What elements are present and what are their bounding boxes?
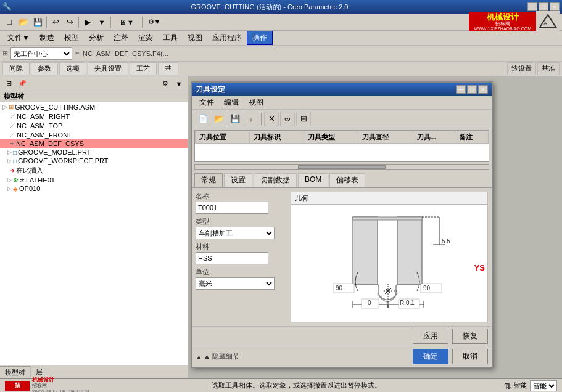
svg-marker-0 bbox=[540, 15, 556, 27]
dlg-import-btn[interactable]: ↓ bbox=[244, 112, 258, 126]
status-left: 招 机械设计 招标网 WWW.JIXIEZHAOBIAO.COM bbox=[5, 377, 89, 392]
col-position: 刀具位置 bbox=[196, 131, 250, 144]
save-btn[interactable]: 💾 bbox=[31, 15, 44, 29]
subtab-params[interactable]: 参数 bbox=[31, 62, 58, 75]
subtab-clearance[interactable]: 间隙 bbox=[2, 62, 30, 75]
menu-render[interactable]: 渲染 bbox=[133, 31, 158, 44]
tree-item-asm[interactable]: ▷ ⊞ GROOVE_CUTTING.ASM bbox=[0, 102, 188, 112]
tab-cut-data[interactable]: 切割数据 bbox=[254, 173, 297, 187]
dialog-minimize[interactable]: — bbox=[456, 85, 466, 94]
dlg-sep1 bbox=[261, 113, 262, 125]
workcenter-select[interactable]: 无工作中心 bbox=[10, 47, 72, 60]
maximize-button[interactable]: □ bbox=[539, 2, 548, 11]
dialog-title-text: 刀具设定 bbox=[196, 84, 225, 95]
tab-settings[interactable]: 设置 bbox=[224, 173, 252, 187]
unit-select[interactable]: 毫米 bbox=[196, 277, 275, 290]
tree-item-right[interactable]: ／ NC_ASM_RIGHT bbox=[0, 112, 188, 121]
menu-make[interactable]: 制造 bbox=[35, 31, 59, 44]
svg-text:A: A bbox=[543, 20, 547, 27]
view-btn2[interactable]: 🖥▼ bbox=[113, 15, 140, 29]
menu-view[interactable]: 视图 bbox=[183, 31, 207, 44]
menu-apps[interactable]: 应用程序 bbox=[207, 31, 247, 44]
minimize-button[interactable]: — bbox=[527, 2, 537, 11]
redo-btn[interactable]: ↪ bbox=[63, 15, 76, 29]
path-label: NC_ASM_DEF_CSYS.F4(... bbox=[83, 50, 168, 57]
close-button[interactable]: × bbox=[550, 2, 560, 11]
status-message: 选取工具相体。选取对象，或选择撤置以进出暂停模式。 bbox=[89, 381, 504, 390]
tool-svg: 5.5 90 90 bbox=[291, 205, 482, 322]
dlg-table-btn[interactable]: ⊞ bbox=[296, 112, 311, 126]
menu-tools[interactable]: 工具 bbox=[158, 31, 183, 44]
name-label: 名称: bbox=[196, 192, 287, 201]
tree-icon-2[interactable]: 📌 bbox=[16, 78, 28, 89]
tree-item-op010[interactable]: ▷ ◈ OP010 bbox=[0, 184, 188, 193]
tab-bom[interactable]: BOM bbox=[298, 173, 328, 187]
tree-item-top[interactable]: ／ NC_ASM_TOP bbox=[0, 121, 188, 130]
subtab-process[interactable]: 工艺 bbox=[130, 62, 157, 75]
settings-btn[interactable]: ⚙▼ bbox=[144, 15, 164, 29]
subtab-options[interactable]: 选项 bbox=[59, 62, 86, 75]
dlg-menu-view[interactable]: 视图 bbox=[244, 96, 268, 109]
tree-item-workpiece[interactable]: ▷ □ GROOVE_WORKPIECE.PRT bbox=[0, 157, 188, 165]
subtab-base[interactable]: 基 bbox=[158, 62, 178, 75]
cancel-btn[interactable]: 取消 bbox=[452, 349, 488, 364]
tab-general[interactable]: 常规 bbox=[194, 173, 223, 187]
menu-analyze[interactable]: 分析 bbox=[84, 31, 109, 44]
apply-btn[interactable]: 应用 bbox=[413, 329, 448, 344]
tree-expand-btn[interactable]: ▼ bbox=[173, 78, 185, 89]
menu-file[interactable]: 文件▼ bbox=[2, 31, 35, 44]
regen-btn[interactable]: ▶ bbox=[81, 15, 94, 29]
menu-operate[interactable]: 操作 bbox=[247, 31, 273, 45]
construct-settings-btn[interactable]: 造设置 bbox=[507, 62, 536, 75]
dlg-delete-btn[interactable]: ✕ bbox=[264, 112, 279, 126]
form-type: 类型: 车削槽加工 bbox=[196, 217, 287, 239]
status-logo: 招 bbox=[5, 381, 30, 391]
tree-item-model[interactable]: ▷ □ GROOVE_MODEL.PRT bbox=[0, 148, 188, 157]
mode-select[interactable]: 智能 bbox=[530, 380, 557, 391]
app-window: 🔧 GROOVE_CUTTING (活动的) - Creo Parametric… bbox=[0, 0, 562, 392]
dlg-menu-file[interactable]: 文件 bbox=[194, 96, 219, 109]
menu-model[interactable]: 模型 bbox=[59, 31, 84, 44]
tool-table: 刀具位置 刀具标识 刀具类型 刀具直径 刀具... 备注 bbox=[195, 131, 489, 144]
dlg-save-btn[interactable]: 💾 bbox=[228, 112, 242, 126]
tree-settings-btn[interactable]: ⚙ bbox=[159, 78, 171, 89]
svg-text:R 0.1: R 0.1 bbox=[400, 300, 415, 306]
dlg-open-btn[interactable]: 📂 bbox=[212, 112, 226, 126]
tree-item-insert[interactable]: ➔ 在此插入 bbox=[0, 165, 188, 176]
type-select[interactable]: 车削槽加工 bbox=[196, 227, 275, 239]
tab-offset[interactable]: 偏移表 bbox=[329, 173, 365, 187]
view-btn1[interactable]: ▼ bbox=[95, 15, 109, 29]
ok-btn[interactable]: 确定 bbox=[413, 349, 448, 364]
undo-btn[interactable]: ↩ bbox=[49, 15, 62, 29]
model-tree-content: ▷ ⊞ GROOVE_CUTTING.ASM ／ NC_ASM_RIGHT ／ … bbox=[0, 102, 188, 365]
new-file-btn[interactable]: □ bbox=[2, 15, 16, 29]
tree-item-front[interactable]: ／ NC_ASM_FRONT bbox=[0, 130, 188, 139]
material-input[interactable] bbox=[196, 252, 268, 264]
dialog-tabs: 常规 设置 切割数据 BOM 偏移表 bbox=[192, 172, 492, 188]
nav-toolbar: ⊞ 无工作中心 ✂ NC_ASM_DEF_CSYS.F4(... bbox=[0, 46, 562, 62]
status-right: ⇅ 智能 智能 bbox=[504, 380, 557, 391]
tree-icon-1[interactable]: ⊞ bbox=[2, 78, 15, 89]
dlg-export-btn[interactable]: ∞ bbox=[280, 112, 295, 126]
svg-text:90: 90 bbox=[336, 285, 343, 292]
restore-btn[interactable]: 恢复 bbox=[452, 329, 488, 344]
svg-rect-4 bbox=[353, 217, 422, 220]
path-icon: ✂ bbox=[75, 49, 80, 57]
base-btn[interactable]: 基准 bbox=[537, 62, 560, 75]
subtab-fixture[interactable]: 夹具设置 bbox=[88, 62, 128, 75]
triangle-icon: ▲ bbox=[196, 353, 202, 361]
dialog-close[interactable]: × bbox=[478, 85, 488, 94]
name-input[interactable] bbox=[196, 202, 268, 214]
status-bar: 招 机械设计 招标网 WWW.JIXIEZHAOBIAO.COM 选取工具相体。… bbox=[0, 378, 562, 392]
dlg-new-btn[interactable]: 📄 bbox=[196, 112, 210, 126]
tab-layers[interactable]: 层 bbox=[31, 366, 48, 378]
dlg-menu-edit[interactable]: 编辑 bbox=[219, 96, 244, 109]
menu-annotate[interactable]: 注释 bbox=[109, 31, 133, 44]
tree-item-lathe[interactable]: ▷ ⚙ ※ LATHE01 bbox=[0, 176, 188, 184]
open-btn[interactable]: 📂 bbox=[17, 15, 30, 29]
table-scrollbar[interactable] bbox=[194, 164, 489, 170]
tab-model-tree[interactable]: 模型树 bbox=[0, 366, 31, 378]
tree-item-csys[interactable]: ✛ NC_ASM_DEF_CSYS bbox=[0, 139, 188, 148]
dialog-maximize[interactable]: □ bbox=[467, 85, 477, 94]
hide-details-btn[interactable]: ▲ ▲ 隐藏细节 bbox=[196, 352, 239, 361]
